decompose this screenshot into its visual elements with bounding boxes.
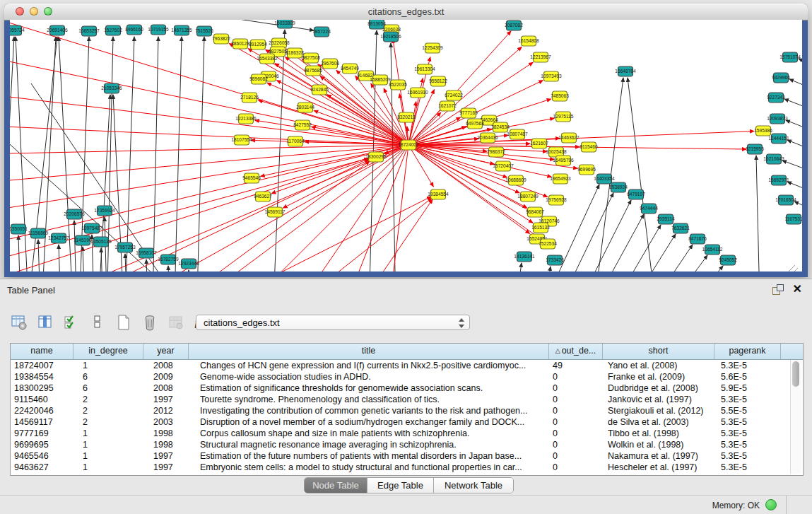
graph-node[interactable]: 19756928 xyxy=(546,195,567,205)
graph-node[interactable]: 12342757 xyxy=(48,233,69,243)
graph-node[interactable]: 16648784 xyxy=(615,66,636,76)
graph-node[interactable]: 16154808 xyxy=(518,36,539,46)
graph-node[interactable]: 6497568 xyxy=(466,119,484,129)
graph-node[interactable]: 1170064 xyxy=(286,136,305,146)
table-row[interactable]: 911546021997Tourette syndrome. Phenomeno… xyxy=(11,394,803,405)
graph-node[interactable]: 18107554 xyxy=(231,135,252,145)
scrollbar-thumb[interactable] xyxy=(792,361,799,387)
graph-node[interactable]: 9684067 xyxy=(526,207,544,217)
window-titlebar[interactable]: citations_edges.txt xyxy=(4,4,808,21)
graph-node[interactable]: 2718126 xyxy=(240,93,259,103)
graph-node[interactable]: 1621607 xyxy=(530,139,548,148)
graph-node[interactable]: 8466160 xyxy=(125,25,143,35)
graph-node[interactable]: 9777169 xyxy=(459,108,478,118)
table-row[interactable]: 969969511998Structural magnetic resonanc… xyxy=(11,439,803,450)
graph-node[interactable]: 10973493 xyxy=(541,71,562,81)
graph-node[interactable]: 7515526 xyxy=(195,26,213,36)
graph-node[interactable]: 6734022 xyxy=(445,90,463,100)
graph-node[interactable]: 16033809 xyxy=(274,20,295,28)
graph-node[interactable]: 16495796 xyxy=(553,156,574,165)
graph-node[interactable]: 12213386 xyxy=(235,114,257,124)
select-columns-icon[interactable] xyxy=(62,313,81,332)
graph-node[interactable]: 20206576 xyxy=(64,209,85,219)
graph-node[interactable]: 7485063 xyxy=(551,91,569,101)
graph-node[interactable]: 9827508 xyxy=(302,53,320,63)
import-table-icon[interactable] xyxy=(167,313,185,332)
tab-edge-table[interactable]: Edge Table xyxy=(367,478,434,493)
graph-node[interactable]: 9227343 xyxy=(767,93,785,103)
graph-node[interactable]: 16958107 xyxy=(136,248,157,258)
graph-node[interactable]: 16782759 xyxy=(158,255,179,264)
graph-node[interactable]: 12923448 xyxy=(178,259,199,269)
graph-node[interactable]: 16403354 xyxy=(594,174,615,184)
graph-node[interactable]: 19384554 xyxy=(428,189,449,199)
close-panel-icon[interactable]: ✕ xyxy=(793,282,802,296)
graph-node[interactable]: 6479197 xyxy=(627,189,645,199)
network-view[interactable]: 1872400718300295193845547963822886012889… xyxy=(10,20,802,271)
graph-node[interactable]: 14671355 xyxy=(171,25,192,35)
graph-node[interactable]: 7986372 xyxy=(487,147,505,157)
graph-node[interactable]: 10719155 xyxy=(148,25,169,35)
graph-node[interactable]: 1167531 xyxy=(784,214,802,224)
graph-node[interactable]: 8454749 xyxy=(341,64,359,74)
graph-node[interactable]: 14463627 xyxy=(558,133,579,143)
table-scrollbar[interactable] xyxy=(790,360,801,474)
graph-node[interactable]: 15720407 xyxy=(493,161,514,171)
graph-node[interactable]: 2803144 xyxy=(296,103,314,112)
graph-node[interactable]: 16961910 xyxy=(407,88,428,98)
graph-node[interactable]: 9115460 xyxy=(579,142,598,152)
graph-node[interactable]: 15885209 xyxy=(370,75,391,85)
tab-network-table[interactable]: Network Table xyxy=(434,478,513,493)
table-row[interactable]: 2242004622012Investigating the contribut… xyxy=(11,405,803,416)
graph-node[interactable]: 10653257 xyxy=(78,26,100,36)
graph-node[interactable]: 9465546 xyxy=(242,173,261,183)
graph-node[interactable]: 11156869 xyxy=(28,228,49,238)
graph-node[interactable]: 2967608 xyxy=(321,59,339,69)
table-source-dropdown[interactable]: citations_edges.txt xyxy=(196,315,470,330)
graph-node[interactable]: 16210643 xyxy=(763,154,784,164)
graph-node[interactable]: 1350051 xyxy=(10,224,28,234)
graph-node[interactable]: 20364436 xyxy=(477,133,498,143)
graph-node[interactable]: 7963822 xyxy=(212,34,230,44)
graph-node[interactable]: 7857224 xyxy=(312,27,331,37)
graph-node[interactable]: 10975487 xyxy=(81,223,102,233)
graph-node[interactable]: 1527602 xyxy=(104,25,122,35)
graph-node[interactable]: 7632621 xyxy=(671,223,690,233)
graph-node[interactable]: 8427552 xyxy=(293,120,312,130)
graph-node[interactable]: 19613304 xyxy=(414,64,435,74)
graph-node[interactable]: 9474444 xyxy=(640,204,658,214)
graph-node[interactable]: 13505135 xyxy=(90,237,112,247)
table-row[interactable]: 1938455462009Genome-wide association stu… xyxy=(11,371,803,382)
graph-node[interactable]: 8320213 xyxy=(397,112,416,122)
graph-node[interactable]: 18807249 xyxy=(517,192,539,201)
delete-table-icon[interactable] xyxy=(141,313,159,332)
table-row[interactable]: 977716911998Corpus callosum shape and si… xyxy=(11,428,803,439)
graph-node[interactable]: 3824534 xyxy=(491,122,510,132)
graph-node[interactable]: 8215955 xyxy=(746,144,764,154)
graph-node[interactable]: 9329966 xyxy=(772,73,790,83)
graph-node[interactable]: 12444151 xyxy=(768,134,789,144)
new-table-icon[interactable] xyxy=(114,313,133,332)
graph-node[interactable]: 9558122 xyxy=(429,76,447,86)
graph-node[interactable]: 16543382 xyxy=(257,54,278,64)
column-header-title[interactable]: title xyxy=(189,344,549,359)
graph-node[interactable]: 1621072 xyxy=(438,101,457,111)
table-row[interactable]: 1456911722003Disruption of a novel membe… xyxy=(11,416,803,428)
graph-node[interactable]: 2087082 xyxy=(505,21,523,30)
graph-node[interactable]: 14569117 xyxy=(265,207,286,217)
graph-node[interactable]: 20691406 xyxy=(47,25,68,35)
graph-node[interactable]: 9242845 xyxy=(310,85,329,95)
column-header-out_de[interactable]: △out_de... xyxy=(549,344,603,359)
graph-node[interactable]: 12975115 xyxy=(553,112,574,122)
table-row[interactable]: 946362711997Embryonic stem cells: a mode… xyxy=(11,462,803,473)
graph-node[interactable]: 1145190 xyxy=(73,235,92,245)
column-header-name[interactable]: name xyxy=(11,344,73,359)
column-header-year[interactable]: year xyxy=(143,344,189,359)
graph-node[interactable]: 15751074 xyxy=(779,52,801,62)
graph-node[interactable]: 1615132 xyxy=(531,223,550,233)
graph-node[interactable]: 19654923 xyxy=(550,174,571,184)
graph-node[interactable]: 8522035 xyxy=(389,80,407,90)
graph-node[interactable]: 10807487 xyxy=(507,129,528,139)
table-settings-icon[interactable] xyxy=(10,313,28,332)
graph-node[interactable]: 19218506 xyxy=(380,32,401,42)
